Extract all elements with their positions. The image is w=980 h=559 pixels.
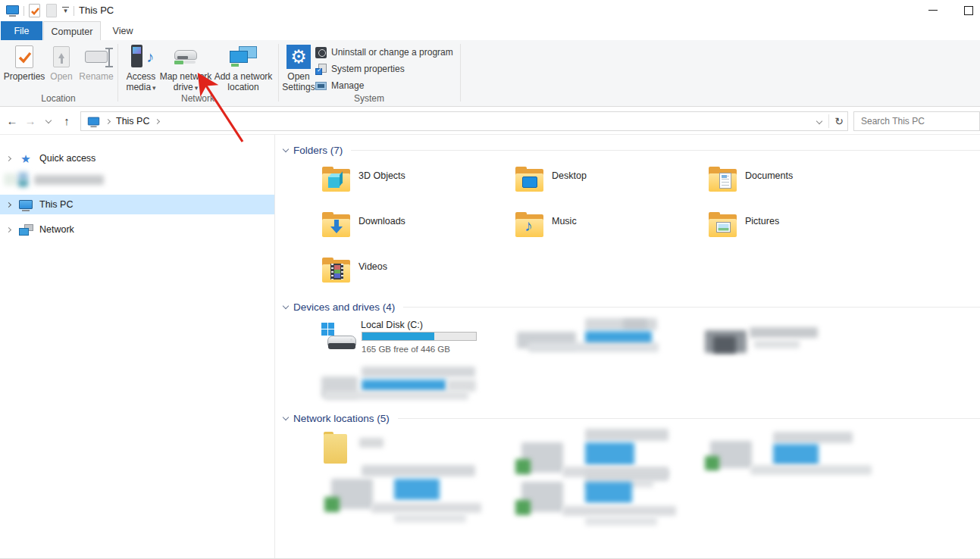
search-input[interactable] xyxy=(854,112,979,130)
drive-tile-local-disk-c[interactable]: Local Disk (C:) 165 GB free of 446 GB xyxy=(321,320,511,359)
folder-icon xyxy=(324,432,347,464)
folder-icon xyxy=(322,212,350,237)
section-title: Network locations (5) xyxy=(293,413,390,424)
network-location-tile-redacted[interactable] xyxy=(701,432,877,479)
open-button: Open xyxy=(45,42,77,82)
tab-computer[interactable]: Computer xyxy=(43,21,101,41)
rename-label: Rename xyxy=(79,71,113,82)
quick-access-star-icon xyxy=(18,153,33,164)
minimize-button[interactable] xyxy=(922,0,944,20)
address-bar[interactable]: This PC xyxy=(80,111,848,131)
rename-icon xyxy=(85,51,108,63)
sidebar-item-network[interactable]: Network xyxy=(0,220,274,239)
expand-chevron-icon[interactable] xyxy=(6,155,11,161)
properties-icon xyxy=(15,45,33,68)
back-button[interactable] xyxy=(3,111,21,130)
address-dropdown[interactable] xyxy=(812,111,827,131)
open-settings-button[interactable]: Open Settings xyxy=(282,42,315,92)
drive-tile-redacted[interactable] xyxy=(701,323,819,358)
folder-tile-downloads[interactable]: Downloads xyxy=(319,211,509,247)
system-properties-label: System properties xyxy=(331,64,405,74)
folder-tile-desktop[interactable]: Desktop xyxy=(512,165,702,201)
disk-free-space: 165 GB free of 446 GB xyxy=(362,345,450,354)
map-drive-label-2: drive xyxy=(174,82,199,93)
breadcrumb-chevron-icon xyxy=(155,118,160,123)
sidebar-item-quick-access[interactable]: Quick access xyxy=(0,149,274,167)
tab-file[interactable]: File xyxy=(1,21,42,41)
folder-tile-pictures[interactable]: Pictures xyxy=(706,211,895,247)
system-properties-button[interactable]: System properties xyxy=(315,63,405,75)
sidebar-item-redacted[interactable] xyxy=(4,171,106,189)
divider xyxy=(403,307,980,308)
manage-button[interactable]: Manage xyxy=(315,80,364,92)
item-label: Desktop xyxy=(552,170,587,181)
this-pc-icon xyxy=(6,5,19,14)
collapse-chevron-icon[interactable] xyxy=(283,414,289,420)
item-label: Documents xyxy=(745,170,793,181)
item-label: Pictures xyxy=(745,216,779,226)
expand-chevron-icon[interactable] xyxy=(6,226,11,232)
photo-icon xyxy=(716,222,731,233)
download-arrow-icon xyxy=(330,220,343,233)
add-location-label-1: Add a network xyxy=(214,71,273,82)
breadcrumb-this-pc[interactable]: This PC xyxy=(116,116,149,126)
customize-quick-access-toolbar-icon[interactable] xyxy=(62,7,69,14)
network-icon xyxy=(19,224,33,236)
collapse-chevron-icon[interactable] xyxy=(283,146,289,152)
folder-tile-3d-objects[interactable]: 3D Objects xyxy=(319,165,509,201)
new-item-icon[interactable] xyxy=(46,4,57,17)
tab-view[interactable]: View xyxy=(102,21,144,41)
ribbon-separator xyxy=(460,44,461,101)
ribbon-group-location: Properties Open Rename Location xyxy=(0,40,117,107)
network-location-tile-redacted[interactable] xyxy=(321,432,511,468)
open-label: Open xyxy=(50,71,72,82)
network-location-tile-redacted[interactable] xyxy=(312,465,485,526)
ribbon-group-system: Open Settings Uninstall or change a prog… xyxy=(279,40,459,107)
up-button[interactable] xyxy=(58,111,76,130)
system-properties-icon xyxy=(315,64,327,75)
folder-tile-videos[interactable]: Videos xyxy=(319,256,509,292)
section-header-network-locations[interactable]: Network locations (5) xyxy=(283,412,980,425)
divider xyxy=(74,6,74,16)
add-network-location-button[interactable]: Add a network location xyxy=(211,42,276,92)
access-media-label-1: Access xyxy=(127,71,156,82)
rename-button: Rename xyxy=(77,42,115,82)
maximize-button[interactable] xyxy=(957,0,979,20)
open-icon xyxy=(53,46,70,67)
media-server-icon: ♪ xyxy=(130,45,152,69)
navigation-pane: Quick access This PC Network xyxy=(0,135,275,558)
film-strip-icon xyxy=(330,264,343,280)
section-header-drives[interactable]: Devices and drives (4) xyxy=(283,301,980,314)
this-pc-icon xyxy=(19,200,33,209)
add-location-label-2: location xyxy=(227,82,258,92)
forward-button[interactable] xyxy=(21,111,39,130)
uninstall-label: Uninstall or change a program xyxy=(331,47,453,58)
network-location-tile-redacted[interactable] xyxy=(509,470,687,530)
properties-button[interactable]: Properties xyxy=(5,42,44,82)
drive-tile-redacted[interactable] xyxy=(318,367,484,404)
drive-tile-redacted[interactable] xyxy=(509,318,675,358)
folder-tile-documents[interactable]: Documents xyxy=(706,165,895,201)
main-area: Quick access This PC Network Folders (7) xyxy=(0,135,980,558)
refresh-button[interactable] xyxy=(831,111,847,131)
manage-icon xyxy=(315,80,327,92)
sidebar-item-this-pc[interactable]: This PC xyxy=(0,195,274,214)
settings-gear-icon xyxy=(286,45,311,69)
search-box[interactable] xyxy=(853,111,980,131)
ribbon-group-network: ♪ Access media Map network drive Add a n… xyxy=(118,40,277,107)
uninstall-program-button[interactable]: Uninstall or change a program xyxy=(315,46,453,58)
recent-locations-dropdown[interactable] xyxy=(39,111,58,130)
file-list-pane: Folders (7) 3D Objects Desktop Documents… xyxy=(275,135,980,558)
access-media-button[interactable]: ♪ Access media xyxy=(121,42,161,93)
folder-tile-music[interactable]: Music xyxy=(512,211,702,247)
expand-chevron-icon[interactable] xyxy=(6,201,11,207)
properties-shortcut-icon[interactable] xyxy=(29,4,40,17)
folder-icon xyxy=(322,258,350,283)
section-header-folders[interactable]: Folders (7) xyxy=(283,144,980,157)
folder-icon xyxy=(709,212,737,237)
divider xyxy=(828,114,829,128)
window-title: This PC xyxy=(79,5,114,16)
map-network-drive-button[interactable]: Map network drive xyxy=(159,42,212,93)
collapse-chevron-icon[interactable] xyxy=(283,303,289,309)
title-bar: This PC xyxy=(0,0,980,21)
